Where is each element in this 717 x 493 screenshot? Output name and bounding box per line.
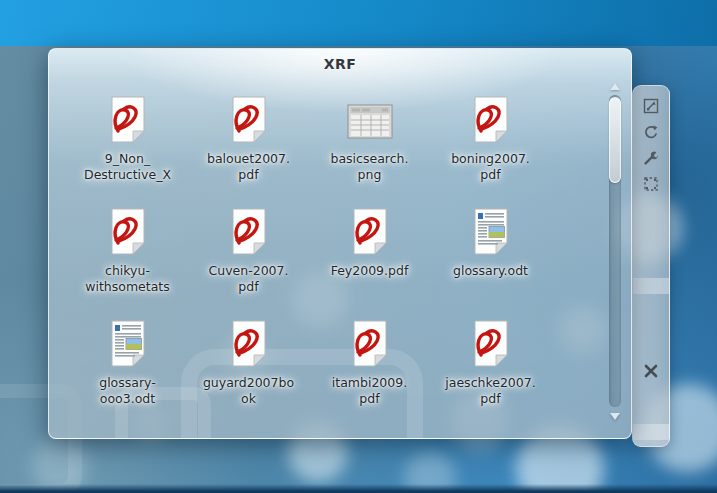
file-label: balouet2007.pdf: [207, 151, 290, 183]
file-item[interactable]: 9_Non_Destructive_X: [67, 83, 188, 195]
file-item[interactable]: Cuven-2007.pdf: [188, 195, 309, 307]
pdf-file-icon: [342, 317, 398, 373]
pdf-file-icon: [100, 93, 156, 149]
file-label-line: ooo3.odt: [99, 391, 156, 407]
file-label: Cuven-2007.pdf: [209, 263, 289, 295]
file-item[interactable]: glossary-ooo3.odt: [67, 307, 188, 419]
file-label-line: itambi2009.: [332, 375, 407, 391]
maximize-button[interactable]: [643, 176, 659, 192]
file-item[interactable]: jaeschke2007.pdf: [430, 307, 551, 419]
scrollbar-thumb[interactable]: [609, 97, 621, 183]
file-item[interactable]: basicsearch.png: [309, 83, 430, 195]
file-label: glossary.odt: [453, 263, 528, 279]
file-label-line: withsometats: [85, 279, 170, 295]
maximize-icon: [643, 176, 659, 192]
refresh-button[interactable]: [643, 124, 659, 140]
pdf-file-icon: [221, 317, 277, 373]
file-label-line: pdf: [332, 391, 407, 407]
scroll-down-button[interactable]: [610, 413, 620, 421]
file-label: jaeschke2007.pdf: [445, 375, 535, 407]
file-item[interactable]: guyard2007book: [188, 307, 309, 419]
file-label-line: pdf: [445, 391, 535, 407]
wallpaper-top-band: [0, 0, 717, 48]
file-label-line: glossary-: [99, 375, 156, 391]
odt-file-icon: [463, 205, 519, 261]
plasmoid-handle: [632, 85, 670, 447]
file-label-line: 9_Non_: [84, 151, 171, 167]
file-label: Fey2009.pdf: [331, 263, 409, 279]
file-label: 9_Non_Destructive_X: [84, 151, 171, 183]
pdf-file-icon: [221, 205, 277, 261]
file-label: guyard2007book: [203, 375, 294, 407]
vertical-scrollbar[interactable]: [607, 81, 623, 421]
popup-title: XRF: [49, 56, 631, 72]
file-item[interactable]: Fey2009.pdf: [309, 195, 430, 307]
resize-button[interactable]: [643, 98, 659, 114]
file-label-line: boning2007.: [451, 151, 530, 167]
file-label: boning2007.pdf: [451, 151, 530, 183]
file-label-line: jaeschke2007.: [445, 375, 535, 391]
file-label-line: png: [331, 167, 409, 183]
file-label-line: guyard2007bo: [203, 375, 294, 391]
file-label-line: glossary.odt: [453, 263, 528, 279]
arrow-down-icon: [610, 413, 620, 420]
refresh-icon: [643, 124, 659, 140]
arrow-up-icon: [610, 83, 620, 90]
file-item[interactable]: balouet2007.pdf: [188, 83, 309, 195]
file-grid: 9_Non_Destructive_X balouet2007.pdf: [67, 83, 551, 419]
configure-button[interactable]: [643, 150, 659, 166]
file-label-line: pdf: [209, 279, 289, 295]
pdf-file-icon: [463, 93, 519, 149]
file-label-line: balouet2007.: [207, 151, 290, 167]
scroll-up-button[interactable]: [610, 83, 620, 91]
close-icon: [642, 362, 660, 384]
file-label-line: basicsearch.: [331, 151, 409, 167]
file-label-line: pdf: [451, 167, 530, 183]
file-label: itambi2009.pdf: [332, 375, 407, 407]
file-label-line: pdf: [207, 167, 290, 183]
wrench-icon: [643, 150, 659, 166]
file-item[interactable]: itambi2009.pdf: [309, 307, 430, 419]
file-label: basicsearch.png: [331, 151, 409, 183]
pdf-file-icon: [463, 317, 519, 373]
wallpaper-bottom-edge: [0, 484, 717, 493]
close-button[interactable]: [633, 360, 669, 386]
file-label-line: Destructive_X: [84, 167, 171, 183]
file-label: chikyu-withsometats: [85, 263, 170, 295]
pdf-file-icon: [221, 93, 277, 149]
file-item[interactable]: glossary.odt: [430, 195, 551, 307]
file-item[interactable]: chikyu-withsometats: [67, 195, 188, 307]
resize-icon: [643, 98, 659, 114]
image-file-icon: [342, 93, 398, 149]
pdf-file-icon: [100, 205, 156, 261]
file-label-line: ok: [203, 391, 294, 407]
file-label-line: Fey2009.pdf: [331, 263, 409, 279]
file-label-line: chikyu-: [85, 263, 170, 279]
folder-view-popup: XRF 9_Non_Destructive_X baloue: [48, 48, 632, 439]
wallpaper-logo-shape: [632, 278, 670, 440]
file-item[interactable]: boning2007.pdf: [430, 83, 551, 195]
odt-file-icon: [100, 317, 156, 373]
pdf-file-icon: [342, 205, 398, 261]
file-label: glossary-ooo3.odt: [99, 375, 156, 407]
file-label-line: Cuven-2007.: [209, 263, 289, 279]
